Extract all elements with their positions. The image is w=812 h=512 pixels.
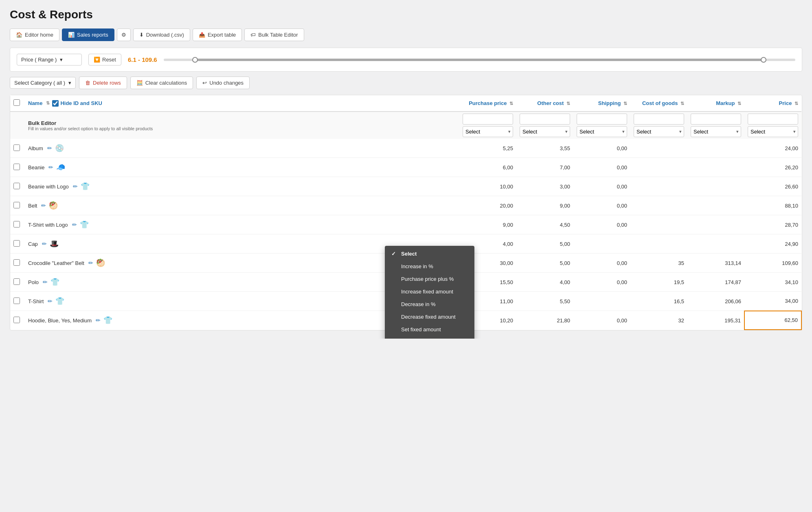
bulk-cogs-select[interactable]: Select (634, 126, 684, 137)
dropdown-item[interactable]: Decrease in % (385, 298, 474, 311)
row-purchase-cell: 9,00 (459, 215, 516, 234)
export-icon: 📤 (199, 32, 205, 38)
product-image: 👕 (79, 219, 90, 230)
header-price[interactable]: Price ⇅ (744, 95, 801, 112)
delete-rows-button[interactable]: 🗑 Delete rows (79, 77, 127, 89)
edit-icon[interactable]: ✏ (48, 164, 53, 171)
product-name: Belt (28, 203, 37, 209)
edit-icon[interactable]: ✏ (73, 183, 78, 190)
hide-sku-checkbox[interactable] (52, 100, 59, 107)
bulk-price-select[interactable]: Select (748, 126, 798, 137)
row-checkbox[interactable] (13, 278, 20, 285)
header-purchase-price[interactable]: Purchase price ⇅ (459, 95, 516, 112)
row-purchase-cell: 20,00 (459, 196, 516, 215)
settings-button[interactable]: ⚙ (117, 28, 131, 41)
header-other-cost[interactable]: Other cost ⇅ (516, 95, 573, 112)
edit-icon[interactable]: ✏ (41, 202, 46, 209)
sales-reports-button[interactable]: 📊 Sales reports (62, 28, 114, 41)
edit-icon[interactable]: ✏ (72, 221, 77, 228)
calculator-icon: 🧮 (136, 80, 143, 86)
row-markup-cell (687, 177, 744, 196)
edit-icon[interactable]: ✏ (42, 241, 47, 247)
chevron-down-icon: ▾ (68, 80, 71, 86)
dropdown-item[interactable]: Purchase price plus % (385, 273, 474, 285)
edit-icon[interactable]: ✏ (48, 298, 53, 304)
other-sort-icon: ⇅ (566, 101, 570, 106)
row-checkbox[interactable] (13, 259, 20, 266)
row-checkbox[interactable] (13, 317, 20, 323)
bulk-price-input[interactable] (748, 114, 798, 125)
bulk-table-editor-button[interactable]: 🏷 Bulk Table Editor (244, 28, 304, 41)
hide-sku-label: Hide ID and SKU (52, 100, 102, 107)
range-thumb-right[interactable] (761, 57, 766, 63)
row-checkbox[interactable] (13, 183, 20, 189)
bulk-other-select[interactable]: Select (520, 126, 570, 137)
name-sort-icon[interactable]: ⇅ (46, 101, 50, 106)
bulk-markup-input-cell: Select ▾ (687, 112, 744, 139)
bulk-markup-select[interactable]: Select (691, 126, 741, 137)
row-markup-cell (687, 139, 744, 158)
bulk-purchase-select[interactable]: Select (463, 126, 513, 137)
undo-changes-button[interactable]: ↩ Undo changes (196, 77, 250, 89)
editor-home-button[interactable]: 🏠 Editor home (10, 28, 59, 41)
row-shipping-cell: 0,00 (573, 177, 630, 196)
chart-icon: 📊 (68, 32, 75, 38)
toolbar: 🏠 Editor home 📊 Sales reports ⚙ ⬇ Downlo… (10, 28, 802, 41)
dropdown-item[interactable]: ✓Select (385, 247, 474, 260)
header-shipping[interactable]: Shipping ⇅ (573, 95, 630, 112)
product-name: Album (28, 145, 43, 151)
bulk-other-input[interactable] (520, 114, 570, 125)
bulk-markup-input[interactable] (691, 114, 741, 125)
download-csv-button[interactable]: ⬇ Download (.csv) (133, 28, 190, 41)
export-table-button[interactable]: 📤 Export table (193, 28, 242, 41)
bulk-shipping-select[interactable]: Select (577, 126, 627, 137)
row-markup-cell (687, 158, 744, 177)
bulk-cogs-select-wrapper: Select ▾ (634, 126, 684, 137)
row-cogs-cell: 35 (630, 254, 687, 273)
row-checkbox[interactable] (13, 202, 20, 208)
row-price-cell: 34,00 (744, 292, 801, 311)
row-checkbox-cell (10, 292, 25, 311)
clear-calculations-button[interactable]: 🧮 Clear calculations (130, 77, 193, 89)
row-checkbox[interactable] (13, 164, 20, 170)
bulk-editor-input-row: Bulk Editor Fill in values and/or select… (10, 112, 801, 139)
dropdown-item[interactable]: Increase fixed amount (385, 285, 474, 298)
price-sort-icon: ⇅ (794, 101, 798, 106)
row-checkbox[interactable] (13, 240, 20, 247)
product-image: 🥙 (95, 257, 106, 269)
bulk-label-cell: Bulk Editor Fill in values and/or select… (25, 112, 459, 139)
bulk-shipping-input[interactable] (577, 114, 627, 125)
category-select[interactable]: Select Category ( all ) ▾ (10, 77, 76, 89)
product-name: Polo (28, 279, 39, 285)
product-image: 🧢 (55, 162, 66, 173)
price-range-select[interactable]: Price ( Range ) ▾ (17, 54, 82, 66)
dropdown-item[interactable]: Decrease fixed amount (385, 311, 474, 323)
range-thumb-left[interactable] (192, 57, 198, 63)
bulk-purchase-input[interactable] (463, 114, 513, 125)
bulk-cogs-input[interactable] (634, 114, 684, 125)
dropdown-item[interactable]: Set fixed amount (385, 323, 474, 336)
dropdown-item[interactable]: Round upwards (385, 336, 474, 339)
tag-icon: 🏷 (250, 32, 256, 38)
row-price-cell: 109,60 (744, 254, 801, 273)
dropdown-item[interactable]: Increase in % (385, 260, 474, 273)
row-shipping-cell: 0,00 (573, 311, 630, 330)
product-image: 👕 (79, 181, 91, 192)
row-checkbox[interactable] (13, 221, 20, 228)
row-price-cell: 24,00 (744, 139, 801, 158)
edit-icon[interactable]: ✏ (88, 260, 93, 266)
page-wrapper: Cost & Reports 🏠 Editor home 📊 Sales rep… (0, 0, 812, 339)
edit-icon[interactable]: ✏ (47, 145, 52, 151)
row-checkbox[interactable] (13, 298, 20, 304)
cogs-dropdown-overlay: ✓Select Increase in % Purchase price plu… (385, 246, 474, 339)
row-checkbox[interactable] (13, 144, 20, 151)
reset-button[interactable]: 🔽 Reset (88, 54, 121, 66)
edit-icon[interactable]: ✏ (96, 317, 101, 324)
edit-icon[interactable]: ✏ (43, 279, 48, 285)
row-name-cell: Belt ✏ 🥙 (25, 196, 459, 215)
range-slider[interactable] (164, 59, 795, 61)
row-purchase-cell: 10,00 (459, 177, 516, 196)
header-cost-of-goods[interactable]: Cost of goods ⇅ (630, 95, 687, 112)
select-all-checkbox[interactable] (13, 99, 20, 106)
header-markup[interactable]: Markup ⇅ (687, 95, 744, 112)
